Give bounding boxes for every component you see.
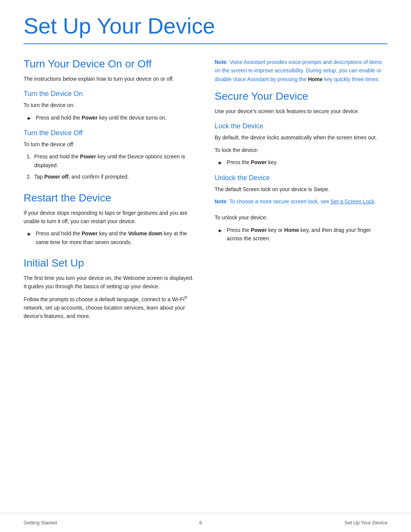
restart-bullets: ► Press and hold the Power key and the V…	[24, 229, 196, 246]
footer-right: Set Up Your Device	[344, 520, 387, 526]
screen-lock-link[interactable]: Set a Screen Lock	[331, 198, 374, 204]
content-area: Turn Your Device On or Off The instructi…	[0, 44, 411, 362]
subsection-title-unlock: Unlock the Device	[215, 174, 387, 182]
section-title-secure: Secure Your Device	[215, 90, 387, 102]
note-text: : To choose a more secure screen lock, s…	[226, 198, 331, 204]
arrow-icon: ►	[218, 158, 223, 167]
list-item: ► Press and hold the Power key and the V…	[24, 229, 196, 246]
step-text: Tap Power off, and confirm if prompted.	[34, 173, 129, 181]
step-text: Press and hold the Power key until the D…	[34, 152, 196, 169]
list-item: 2. Tap Power off, and confirm if prompte…	[24, 173, 196, 181]
note-end: key quickly three times.	[323, 76, 379, 82]
link-text: Set a Screen Lock	[331, 198, 374, 204]
subsection-title-lock: Lock the Device	[215, 122, 387, 130]
unlock-bullets: ► Press the Power key or Home key, and t…	[215, 226, 387, 243]
left-column: Turn Your Device On or Off The instructi…	[24, 58, 196, 331]
note-label: Note	[215, 59, 226, 65]
subsection-turn-on: Turn the Device On To turn the device on…	[24, 90, 196, 122]
restart-intro: If your device stops responding to taps …	[24, 209, 196, 226]
page-footer: Getting Started 6 Set Up Your Device	[0, 513, 411, 532]
section-secure: Secure Your Device Use your device’s scr…	[215, 90, 387, 243]
section-turn-on-off: Turn Your Device On or Off The instructi…	[24, 58, 196, 181]
step-number: 1.	[27, 152, 31, 161]
subsection-unlock: Unlock the Device The default Screen loc…	[215, 174, 387, 243]
turn-off-intro: To turn the device off:	[24, 140, 196, 149]
note-label: Note	[215, 198, 226, 204]
subsection-title-turn-off: Turn the Device Off	[24, 129, 196, 137]
initial-setup-para2: Follow the prompts to choose a default l…	[24, 295, 196, 321]
lock-intro2: To lock the device:	[215, 146, 387, 154]
section-initial-setup: Initial Set Up The first time you turn y…	[24, 257, 196, 321]
section-title-restart: Restart the Device	[24, 192, 196, 204]
turn-off-steps: 1. Press and hold the Power key until th…	[24, 152, 196, 181]
page: Set Up Your Device Turn Your Device On o…	[0, 0, 411, 532]
right-column: Note: Voice Assistant provides voice pro…	[215, 58, 387, 331]
turn-on-intro: To turn the device on:	[24, 101, 196, 109]
unlock-note: Note: To choose a more secure screen loc…	[215, 197, 387, 206]
footer-left: Getting Started	[24, 520, 57, 526]
bullet-text: Press the Power key.	[227, 158, 278, 166]
lock-intro: By default, the device locks automatical…	[215, 133, 387, 142]
turn-on-bullets: ► Press and hold the Power key until the…	[24, 113, 196, 122]
arrow-icon: ►	[27, 114, 32, 122]
lock-bullets: ► Press the Power key.	[215, 158, 387, 167]
section-title-initial-setup: Initial Set Up	[24, 257, 196, 269]
unlock-intro: The default Screen lock on your device i…	[215, 185, 387, 193]
turn-on-off-intro: The instructions below explain how to tu…	[24, 75, 196, 83]
note-end: .	[374, 198, 376, 204]
subsection-title-turn-on: Turn the Device On	[24, 90, 196, 98]
home-key-label: Home	[308, 76, 323, 82]
section-restart: Restart the Device If your device stops …	[24, 192, 196, 247]
unlock-intro2: To unlock your device:	[215, 213, 387, 222]
list-item: 1. Press and hold the Power key until th…	[24, 152, 196, 169]
step-number: 2.	[27, 173, 31, 181]
list-item: ► Press the Power key.	[215, 158, 387, 167]
subsection-turn-off: Turn the Device Off To turn the device o…	[24, 129, 196, 181]
footer-page-number: 6	[199, 520, 202, 526]
arrow-icon: ►	[218, 226, 223, 235]
page-header: Set Up Your Device	[0, 0, 411, 44]
list-item: ► Press and hold the Power key until the…	[24, 113, 196, 122]
arrow-icon: ►	[27, 230, 32, 238]
bullet-text: Press and hold the Power key until the d…	[36, 113, 167, 122]
bullet-text: Press the Power key or Home key, and the…	[227, 226, 387, 243]
list-item: ► Press the Power key or Home key, and t…	[215, 226, 387, 243]
section-title-turn-on-off: Turn Your Device On or Off	[24, 58, 196, 70]
page-title: Set Up Your Device	[24, 14, 387, 38]
voice-assistant-note: Note: Voice Assistant provides voice pro…	[215, 58, 387, 83]
subsection-lock: Lock the Device By default, the device l…	[215, 122, 387, 167]
secure-intro: Use your device’s screen lock features t…	[215, 107, 387, 115]
initial-setup-para1: The first time you turn your device on, …	[24, 274, 196, 291]
bullet-text: Press and hold the Power key and the Vol…	[36, 229, 196, 246]
